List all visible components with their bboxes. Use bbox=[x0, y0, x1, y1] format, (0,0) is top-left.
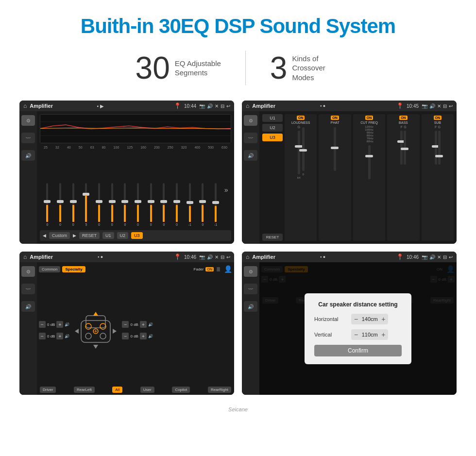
sp-on-badge[interactable]: ON bbox=[205, 267, 214, 271]
sp-rearright-btn[interactable]: RearRight bbox=[208, 387, 231, 393]
dist-horizontal-plus[interactable]: + bbox=[381, 315, 385, 323]
eq-track-11 bbox=[176, 183, 178, 222]
co-filter-btn[interactable]: ⚙ bbox=[244, 115, 257, 126]
stat-eq-number: 30 bbox=[136, 50, 170, 86]
sp-specialty-btn[interactable]: Specialty bbox=[62, 266, 85, 272]
sp-driver-btn[interactable]: Driver bbox=[40, 387, 56, 393]
co-window-icon: ⊟ bbox=[443, 103, 447, 109]
sp-copilot-btn[interactable]: Copilot bbox=[172, 387, 190, 393]
eq-fill-13 bbox=[202, 205, 204, 222]
eq-u1-btn[interactable]: U1 bbox=[102, 232, 114, 239]
eq-thumb-10 bbox=[160, 200, 167, 203]
sp-filter-btn[interactable]: ⚙ bbox=[21, 266, 35, 277]
sp-location-icon: 📍 bbox=[174, 253, 181, 260]
sp-user-btn[interactable]: User bbox=[140, 387, 154, 393]
eq-val-2: 0 bbox=[59, 223, 61, 226]
co-phat-on[interactable]: ON bbox=[331, 116, 339, 120]
co-sub-on[interactable]: ON bbox=[434, 116, 442, 120]
eq-slider-6[interactable]: 0 bbox=[108, 183, 117, 226]
eq-slider-13[interactable]: 0 bbox=[198, 183, 207, 226]
menu-icon: ▪ ▶ bbox=[97, 103, 103, 109]
eq-topbar: ⌂ Amplifier ▪ ▶ 📍 10:44 📷 🔊 ✕ ⊟ ↩ bbox=[19, 101, 234, 111]
sp-rl-minus[interactable]: − bbox=[39, 333, 46, 339]
home-icon[interactable]: ⌂ bbox=[23, 102, 27, 109]
eq-wave-btn[interactable]: 〰 bbox=[21, 133, 35, 143]
eq-slider-14[interactable]: -1 bbox=[211, 183, 220, 226]
co-cutfreq-on[interactable]: ON bbox=[365, 116, 374, 120]
eq-reset-btn[interactable]: RESET bbox=[79, 232, 100, 239]
dist-dialog-overlay: Car speaker distance setting Horizontal … bbox=[259, 262, 457, 395]
eq-scroll-right[interactable]: » bbox=[224, 186, 228, 194]
eq-u3-btn[interactable]: U3 bbox=[131, 232, 143, 239]
co-loudness-on[interactable]: ON bbox=[297, 116, 305, 120]
sp-back-icon: ↩ bbox=[226, 254, 230, 260]
eq-slider-9[interactable]: 0 bbox=[147, 183, 155, 226]
dist-close-icon: ✕ bbox=[437, 254, 441, 260]
co-speaker-btn[interactable]: 🔊 bbox=[244, 150, 257, 161]
sp-all-btn[interactable]: All bbox=[112, 387, 122, 393]
dist-filter-btn[interactable]: ⚙ bbox=[244, 266, 257, 277]
sp-speaker-btn[interactable]: 🔊 bbox=[21, 301, 35, 312]
eq-speaker-btn[interactable]: 🔊 bbox=[21, 150, 35, 161]
dist-speaker-btn[interactable]: 🔊 bbox=[244, 301, 257, 312]
eq-filter-btn[interactable]: ⚙ bbox=[21, 115, 35, 126]
co-wave-btn[interactable]: 〰 bbox=[244, 133, 257, 143]
sp-home-icon[interactable]: ⌂ bbox=[23, 253, 27, 260]
sp-rl-plus[interactable]: + bbox=[56, 333, 63, 339]
sp-rearleft-btn[interactable]: RearLeft bbox=[74, 387, 95, 393]
eq-slider-8[interactable]: 0 bbox=[134, 183, 142, 226]
eq-slider-3[interactable]: 0 bbox=[69, 183, 78, 226]
sp-wave-btn[interactable]: 〰 bbox=[21, 284, 35, 294]
eq-slider-5[interactable]: 0 bbox=[95, 183, 103, 226]
eq-track-9 bbox=[150, 183, 152, 222]
sp-fl-plus[interactable]: + bbox=[56, 321, 63, 328]
co-u-buttons: U1 U2 U3 RESET bbox=[262, 114, 283, 241]
dist-back-icon: ↩ bbox=[449, 254, 453, 260]
co-cutfreq-header: ON bbox=[365, 116, 374, 120]
dist-wave-btn[interactable]: 〰 bbox=[244, 284, 257, 294]
sp-fr-minus[interactable]: − bbox=[122, 321, 129, 328]
eq-slider-1[interactable]: 0 bbox=[43, 183, 51, 226]
screens-grid: ⌂ Amplifier ▪ ▶ 📍 10:44 📷 🔊 ✕ ⊟ ↩ ⚙ 〰 🔊 bbox=[0, 96, 476, 405]
co-u1-btn[interactable]: U1 bbox=[262, 114, 283, 122]
co-bass-on[interactable]: ON bbox=[399, 116, 408, 120]
co-u3-btn[interactable]: U3 bbox=[262, 134, 283, 141]
dist-vertical-row: Vertical − 110cm + bbox=[314, 329, 402, 340]
eq-next-btn[interactable]: ▶ bbox=[73, 233, 76, 238]
co-menu-icon: ▪ ● bbox=[320, 103, 325, 108]
eq-slider-4[interactable]: 5 bbox=[82, 183, 90, 226]
dist-vertical-plus[interactable]: + bbox=[381, 331, 385, 338]
sp-rr-minus[interactable]: − bbox=[122, 333, 129, 339]
co-home-icon[interactable]: ⌂ bbox=[246, 102, 249, 109]
dist-time: 10:46 bbox=[407, 254, 419, 260]
co-reset-btn[interactable]: RESET bbox=[262, 234, 283, 241]
co-sub-track1 bbox=[435, 131, 437, 165]
location-icon: 📍 bbox=[174, 102, 181, 109]
eq-custom-btn[interactable]: Custom bbox=[49, 232, 70, 239]
eq-slider-2[interactable]: 0 bbox=[56, 183, 65, 226]
co-phat-header: ON bbox=[331, 116, 339, 120]
sp-topbar-title: Amplifier bbox=[30, 254, 95, 260]
co-close-icon: ✕ bbox=[437, 103, 441, 109]
eq-slider-10[interactable]: 0 bbox=[159, 183, 168, 226]
sp-fr-plus[interactable]: + bbox=[140, 321, 147, 328]
sp-fl-minus[interactable]: − bbox=[39, 321, 46, 328]
eq-slider-7[interactable]: 0 bbox=[120, 183, 129, 226]
eq-prev-btn[interactable]: ◀ bbox=[43, 233, 46, 238]
dist-home-icon[interactable]: ⌂ bbox=[246, 253, 249, 260]
svg-rect-5 bbox=[86, 316, 105, 328]
eq-slider-12[interactable]: -1 bbox=[186, 183, 194, 226]
dist-horizontal-minus[interactable]: − bbox=[354, 315, 358, 323]
co-cutfreq-col: ON CUT FREQ 120Hz100Hz90Hz80Hz70Hz60Hz bbox=[353, 114, 385, 241]
dist-confirm-btn[interactable]: Confirm bbox=[314, 345, 402, 356]
sp-rr-plus[interactable]: + bbox=[140, 333, 147, 339]
sp-menu-icon: ▪ ● bbox=[98, 254, 103, 259]
dist-vertical-control: − 110cm + bbox=[351, 329, 388, 340]
co-u2-btn[interactable]: U2 bbox=[262, 124, 283, 132]
dist-vertical-minus[interactable]: − bbox=[354, 331, 358, 338]
co-phat-track bbox=[334, 127, 336, 171]
sp-common-btn[interactable]: Common bbox=[39, 266, 60, 272]
eq-slider-11[interactable]: 0 bbox=[172, 183, 181, 226]
eq-u2-btn[interactable]: U2 bbox=[117, 232, 129, 239]
co-bass-col: ON BASS F G bbox=[387, 114, 419, 241]
